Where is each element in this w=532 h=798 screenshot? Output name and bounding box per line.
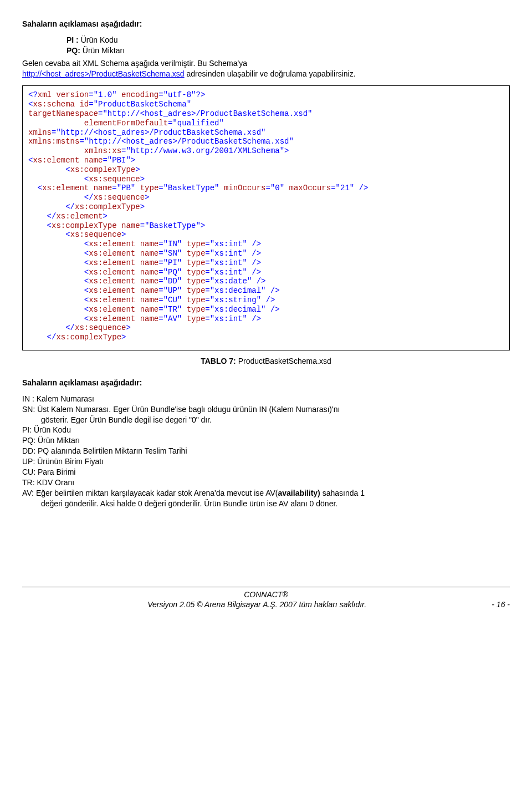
- pq-text: Ürün Miktarı: [80, 46, 125, 55]
- field-definitions: PI : Ürün Kodu PQ: Ürün Miktarı: [66, 35, 510, 56]
- field-definitions-list: IN : Kalem Numarası SN: Üst Kalem Numara…: [22, 394, 510, 509]
- def-sn: SN: Üst Kalem Numarası. Eger Ürün Bundle…: [22, 404, 510, 415]
- page-number: - 16 -: [492, 599, 510, 610]
- def-pi: PI: Ürün Kodu: [22, 425, 510, 435]
- caption-text: ProductBasketSchema.xsd: [238, 357, 331, 365]
- table-caption: TABLO 7: ProductBasketSchema.xsd: [22, 356, 510, 367]
- def-up: UP: Ürünün Birim Fiyatı: [22, 456, 510, 467]
- para-pre: Gelen cevaba ait XML Schema aşağıda veri…: [22, 59, 247, 68]
- def-tr: TR: KDV Oranı: [22, 477, 510, 488]
- def-pq: PQ: Ürün Miktarı: [22, 435, 510, 446]
- pi-label: PI :: [66, 35, 79, 44]
- def-av-cont: değeri gönderilir. Aksi halde 0 değeri g…: [41, 499, 510, 509]
- def-av: AV: Eğer belirtilen miktarı karşılayacak…: [22, 488, 510, 499]
- footer-copyright: Versiyon 2.05 © Arena Bilgisayar A.Ş. 20…: [147, 599, 366, 610]
- def-dd: DD: PQ alanında Belirtilen Miktarın Tesl…: [22, 446, 510, 456]
- caption-label: TABLO 7:: [201, 357, 238, 365]
- schema-link[interactable]: http://<host_adres>/ProductBasketSchema.…: [22, 69, 185, 78]
- def-sn-cont: gösterir. Eger Ürün Bundle degil ise deg…: [41, 415, 510, 425]
- section-heading: Sahaların açıklaması aşağıdadır:: [22, 19, 510, 29]
- section-heading-2: Sahaların açıklaması aşağıdadır:: [22, 378, 510, 388]
- def-in: IN : Kalem Numarası: [22, 394, 510, 404]
- page-footer: CONNACT® Versiyon 2.05 © Arena Bilgisaya…: [22, 587, 510, 611]
- pi-text: Ürün Kodu: [79, 35, 118, 44]
- xml-schema-code: <?xml version="1.0" encoding="utf-8"?> <…: [22, 85, 510, 350]
- footer-title: CONNACT®: [22, 589, 510, 600]
- def-cu: CU: Para Birimi: [22, 467, 510, 477]
- schema-intro-paragraph: Gelen cevaba ait XML Schema aşağıda veri…: [22, 58, 510, 79]
- pq-label: PQ:: [66, 46, 80, 55]
- para-post: adresinden ulaşabilir ve doğrulama yapab…: [185, 69, 356, 78]
